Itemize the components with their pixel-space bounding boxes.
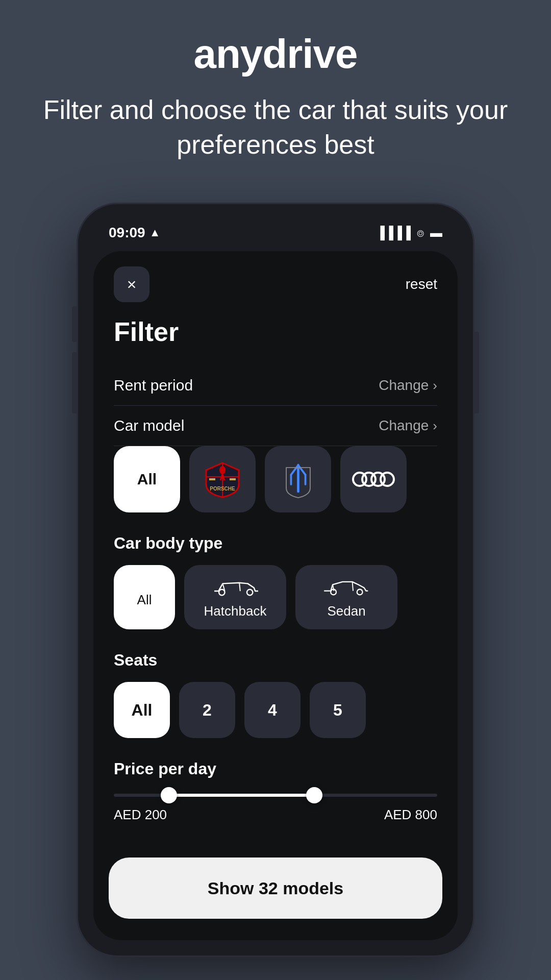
body-type-sedan-chip[interactable]: Sedan bbox=[295, 565, 397, 629]
price-min-label: AED 200 bbox=[114, 807, 167, 823]
car-model-action: Change › bbox=[379, 418, 437, 434]
seats-all-label: All bbox=[132, 701, 153, 720]
svg-rect-3 bbox=[209, 478, 215, 480]
hatchback-icon bbox=[210, 575, 261, 598]
show-models-button[interactable]: Show 32 models bbox=[109, 857, 442, 919]
status-bar: 09:09 ▲ ▐▐▐▐ ⌾ ▬ bbox=[93, 219, 458, 251]
car-model-label: Car model bbox=[114, 417, 184, 434]
location-icon: ▲ bbox=[149, 226, 161, 239]
svg-text:PORSCHE: PORSCHE bbox=[210, 486, 235, 492]
phone-screen: × reset Filter Rent period Change › Car … bbox=[93, 251, 458, 940]
seats-2-chip[interactable]: 2 bbox=[179, 682, 235, 738]
brand-all-label: All bbox=[137, 471, 157, 488]
volume-down-button bbox=[72, 352, 77, 413]
seats-2-label: 2 bbox=[203, 701, 212, 720]
price-section: Price per day AED 200 AED 800 bbox=[114, 760, 437, 823]
page-header: anydrive Filter and choose the car that … bbox=[0, 0, 551, 182]
sedan-label: Sedan bbox=[327, 603, 365, 619]
svg-point-6 bbox=[219, 590, 224, 595]
sedan-icon bbox=[321, 575, 372, 598]
app-title: anydrive bbox=[20, 31, 531, 78]
svg-point-0 bbox=[219, 466, 226, 474]
status-time: 09:09 ▲ bbox=[109, 225, 160, 241]
chevron-right-icon: › bbox=[433, 418, 437, 434]
phone-mockup: 09:09 ▲ ▐▐▐▐ ⌾ ▬ × reset Filter Rent per… bbox=[77, 203, 474, 957]
audi-logo-icon bbox=[352, 472, 395, 487]
brand-audi-chip[interactable] bbox=[340, 446, 407, 512]
app-subtitle: Filter and choose the car that suits you… bbox=[20, 93, 531, 162]
price-slider-max-thumb[interactable] bbox=[306, 787, 322, 803]
price-labels: AED 200 AED 800 bbox=[114, 807, 437, 823]
price-title: Price per day bbox=[114, 760, 437, 778]
show-button-wrapper: Show 32 models bbox=[93, 843, 458, 933]
maserati-logo-icon bbox=[279, 460, 317, 499]
body-type-hatchback-chip[interactable]: Hatchback bbox=[184, 565, 286, 629]
svg-rect-4 bbox=[230, 478, 236, 480]
status-icons: ▐▐▐▐ ⌾ ▬ bbox=[376, 226, 442, 240]
power-button bbox=[474, 332, 479, 413]
car-model-row[interactable]: Car model Change › bbox=[114, 406, 437, 446]
chevron-right-icon: › bbox=[433, 378, 437, 394]
brand-all-chip[interactable]: All bbox=[114, 446, 180, 512]
seats-all-chip[interactable]: All bbox=[114, 682, 170, 738]
price-slider-track[interactable] bbox=[114, 794, 437, 797]
volume-up-button bbox=[72, 306, 77, 342]
svg-point-9 bbox=[357, 590, 363, 595]
filter-header: × reset bbox=[114, 266, 437, 302]
reset-button[interactable]: reset bbox=[406, 276, 437, 292]
car-body-type-title: Car body type bbox=[114, 534, 437, 553]
wifi-icon: ⌾ bbox=[417, 226, 424, 240]
seats-grid: All 2 4 5 bbox=[114, 682, 437, 741]
signal-icon: ▐▐▐▐ bbox=[376, 226, 411, 240]
rent-period-label: Rent period bbox=[114, 377, 193, 394]
body-type-grid: All Hatchback bbox=[114, 565, 437, 632]
battery-icon: ▬ bbox=[430, 226, 442, 240]
price-max-label: AED 800 bbox=[384, 807, 437, 823]
seats-5-chip[interactable]: 5 bbox=[310, 682, 366, 738]
body-type-all-chip[interactable]: All bbox=[114, 565, 175, 629]
close-button[interactable]: × bbox=[114, 266, 149, 302]
rent-period-action: Change › bbox=[379, 377, 437, 394]
porsche-logo-icon: PORSCHE bbox=[202, 459, 243, 500]
price-slider-fill bbox=[169, 794, 314, 797]
seats-4-chip[interactable]: 4 bbox=[244, 682, 300, 738]
body-type-all-label: All bbox=[137, 592, 152, 608]
brand-grid: All PO bbox=[114, 446, 437, 516]
brand-porsche-chip[interactable]: PORSCHE bbox=[189, 446, 256, 512]
price-slider-min-thumb[interactable] bbox=[161, 787, 177, 803]
brand-maserati-chip[interactable] bbox=[265, 446, 331, 512]
seats-title: Seats bbox=[114, 651, 437, 670]
rent-period-row[interactable]: Rent period Change › bbox=[114, 365, 437, 406]
screen-content: × reset Filter Rent period Change › Car … bbox=[93, 251, 458, 843]
hatchback-label: Hatchback bbox=[204, 603, 267, 619]
filter-title: Filter bbox=[114, 316, 437, 347]
seats-5-label: 5 bbox=[333, 701, 342, 720]
seats-4-label: 4 bbox=[268, 701, 277, 720]
svg-point-7 bbox=[247, 590, 253, 595]
